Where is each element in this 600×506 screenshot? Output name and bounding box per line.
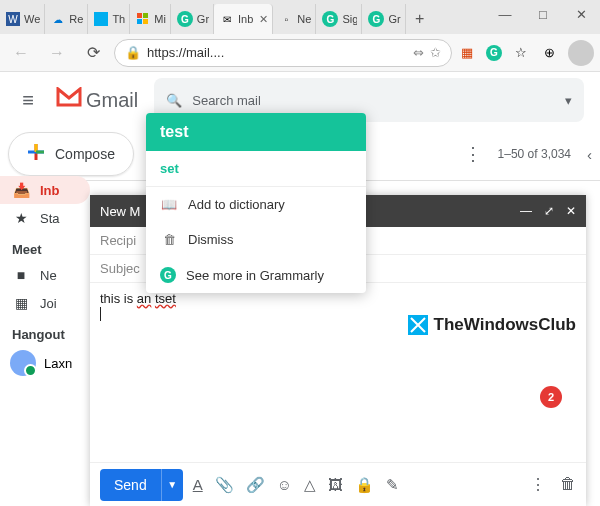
microsoft-icon: [136, 12, 150, 26]
svg-rect-1: [143, 13, 148, 18]
svg-rect-2: [137, 19, 142, 24]
body-text: this is: [100, 291, 137, 306]
see-more-grammarly[interactable]: GSee more in Grammarly: [146, 257, 366, 293]
tab-newtab-page[interactable]: ▫Ne: [273, 4, 316, 34]
emoji-icon[interactable]: ☺: [277, 476, 292, 493]
plus-icon: [27, 143, 45, 166]
search-placeholder: Search mail: [192, 93, 261, 108]
collections-icon[interactable]: ⊕: [540, 44, 558, 62]
sidebar-item-starred[interactable]: ★Sta: [0, 204, 90, 232]
tab-microsoft[interactable]: Mi: [130, 4, 171, 34]
confidential-icon[interactable]: 🔒: [355, 476, 374, 494]
compose-footer: Send ▼ A 📎 🔗 ☺ △ 🖼 🔒 ✎ ⋮ 🗑: [90, 462, 586, 506]
hangouts-header: Hangout: [0, 317, 90, 346]
new-tab-button[interactable]: +: [406, 4, 434, 34]
hangouts-user[interactable]: Laxn: [0, 346, 90, 380]
gmail-sidebar: 📥Inb ★Sta Meet ■Ne ▦Joi Hangout Laxn: [0, 176, 90, 380]
browser-toolbar: ← → ⟳ 🔒 https://mail.... ⇔ ✩ ▦ G ☆ ⊕: [0, 34, 600, 72]
twc-logo-icon: [408, 315, 428, 335]
tab-onedrive[interactable]: ☁Re: [45, 4, 88, 34]
window-controls: — □ ✕: [486, 0, 600, 28]
format-text-icon[interactable]: A: [193, 476, 203, 493]
more-menu-icon[interactable]: ⋮: [464, 143, 482, 165]
gmail-logo[interactable]: Gmail: [56, 87, 138, 113]
tab-grammarly-2[interactable]: GSig: [316, 4, 362, 34]
url-text: https://mail....: [147, 45, 224, 60]
dictionary-icon: 📖: [160, 197, 178, 212]
tab-word[interactable]: WWe: [0, 4, 45, 34]
send-dropdown-icon[interactable]: ▼: [161, 469, 183, 501]
grammarly-word: test: [146, 113, 366, 151]
meet-join[interactable]: ▦Joi: [0, 289, 90, 317]
maximize-button[interactable]: □: [524, 0, 562, 28]
message-count: 1–50 of 3,034: [498, 147, 571, 161]
close-compose-icon[interactable]: ✕: [566, 204, 576, 218]
address-bar[interactable]: 🔒 https://mail.... ⇔ ✩: [114, 39, 452, 67]
pen-icon[interactable]: ✎: [386, 476, 399, 494]
add-to-dictionary[interactable]: 📖Add to dictionary: [146, 187, 366, 222]
error-word-1[interactable]: an: [137, 291, 151, 306]
drive-icon[interactable]: △: [304, 476, 316, 494]
fullscreen-compose-icon[interactable]: ⤢: [544, 204, 554, 218]
browser-titlebar: WWe ☁Re Th Mi GGr ✉Inb✕ ▫Ne GSig GGr + —…: [0, 0, 600, 34]
extensions: ▦ G ☆ ⊕: [458, 40, 594, 66]
minimize-compose-icon[interactable]: —: [520, 204, 532, 218]
star-icon: ★: [12, 210, 30, 226]
dismiss-suggestion[interactable]: 🗑Dismiss: [146, 222, 366, 257]
error-word-2[interactable]: tset: [155, 291, 176, 306]
gmail-brand-text: Gmail: [86, 89, 138, 112]
tab-twc[interactable]: Th: [88, 4, 130, 34]
compose-title: New M: [100, 204, 140, 219]
sync-icon[interactable]: ⇔: [413, 45, 424, 60]
meet-new[interactable]: ■Ne: [0, 261, 90, 289]
close-window-button[interactable]: ✕: [562, 0, 600, 28]
user-avatar: [10, 350, 36, 376]
svg-rect-3: [143, 19, 148, 24]
meet-header: Meet: [0, 232, 90, 261]
compose-button[interactable]: Compose: [8, 132, 134, 176]
sidebar-item-inbox[interactable]: 📥Inb: [0, 176, 90, 204]
hangouts-username: Laxn: [44, 356, 72, 371]
grammarly-icon: G: [160, 267, 176, 283]
tab-gmail-active[interactable]: ✉Inb✕: [214, 4, 273, 34]
image-icon[interactable]: 🖼: [328, 476, 343, 493]
more-options-icon[interactable]: ⋮: [530, 475, 546, 494]
back-button[interactable]: ←: [6, 38, 36, 68]
chevron-down-icon[interactable]: ▾: [565, 93, 572, 108]
grammarly-icon: G: [368, 11, 384, 27]
text-cursor: [100, 307, 101, 321]
reload-button[interactable]: ⟳: [78, 38, 108, 68]
browser-tabs: WWe ☁Re Th Mi GGr ✉Inb✕ ▫Ne GSig GGr +: [0, 4, 434, 34]
discard-icon[interactable]: 🗑: [560, 475, 576, 494]
trash-icon: 🗑: [160, 232, 178, 247]
compose-body[interactable]: this is an tset TheWindowsClub 2: [90, 283, 586, 462]
grammarly-icon: G: [322, 11, 338, 27]
video-icon: ■: [12, 267, 30, 283]
gmail-m-icon: [56, 87, 82, 113]
search-icon: 🔍: [166, 93, 182, 108]
minimize-button[interactable]: —: [486, 0, 524, 28]
grammarly-icon: G: [177, 11, 193, 27]
send-button[interactable]: Send ▼: [100, 469, 183, 501]
attach-icon[interactable]: 📎: [215, 476, 234, 494]
grammarly-popup: test set 📖Add to dictionary 🗑Dismiss GSe…: [146, 113, 366, 293]
twc-icon: [94, 12, 108, 26]
favorites-icon[interactable]: ☆: [512, 44, 530, 62]
join-icon: ▦: [12, 295, 30, 311]
compose-label: Compose: [55, 146, 115, 162]
grammarly-badge[interactable]: 2: [540, 386, 562, 408]
page-icon: ▫: [279, 12, 293, 26]
grammarly-ext-icon[interactable]: G: [486, 45, 502, 61]
link-icon[interactable]: 🔗: [246, 476, 265, 494]
office-ext-icon[interactable]: ▦: [458, 44, 476, 62]
favorite-icon[interactable]: ✩: [430, 45, 441, 60]
grammarly-suggestion[interactable]: set: [146, 151, 366, 187]
tab-grammarly-3[interactable]: GGr: [362, 4, 405, 34]
close-icon[interactable]: ✕: [259, 13, 268, 26]
prev-page-button[interactable]: ‹: [587, 146, 592, 163]
profile-avatar[interactable]: [568, 40, 594, 66]
gmail-icon: ✉: [220, 12, 234, 26]
forward-button[interactable]: →: [42, 38, 72, 68]
hamburger-icon[interactable]: ≡: [8, 80, 48, 120]
tab-grammarly-1[interactable]: GGr: [171, 4, 214, 34]
